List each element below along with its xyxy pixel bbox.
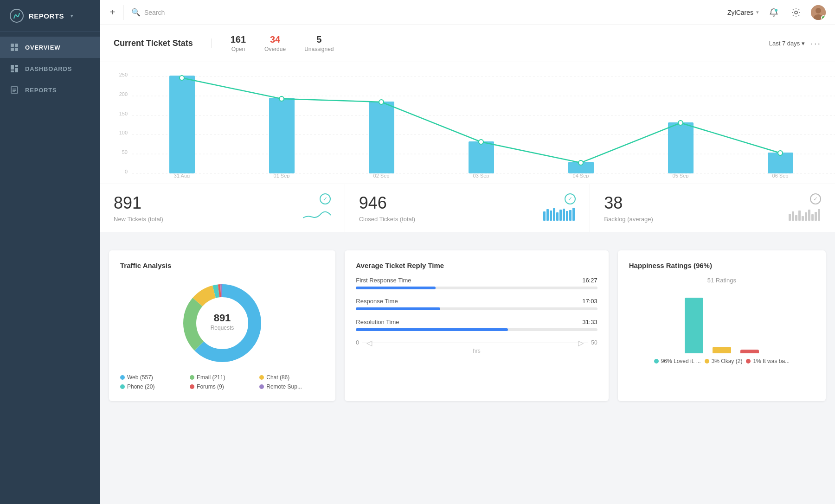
happiness-bar-bad (740, 350, 759, 353)
legend-dot-forums (190, 384, 194, 389)
reply-time-panel: Average Ticket Reply Time First Response… (345, 250, 608, 401)
svg-rect-4 (15, 48, 18, 51)
svg-rect-1 (11, 44, 14, 47)
bar-31aug (169, 76, 195, 173)
legend-dot-phone (120, 384, 125, 389)
svg-text:04 Sep: 04 Sep (573, 173, 589, 178)
legend-label-remote: Remote Sup... (266, 383, 302, 390)
svg-text:31 Aug: 31 Aug (174, 173, 190, 178)
svg-text:50: 50 (122, 149, 128, 155)
legend-loved: 96% Loved it. ... (654, 358, 701, 364)
svg-point-14 (795, 11, 797, 14)
content-area: Current Ticket Stats 161 Open 34 Overdue… (100, 25, 835, 504)
overview-icon (10, 43, 19, 51)
legend-label-phone: Phone (20) (127, 383, 154, 390)
reply-items: First Response Time 16:27 Response Time … (356, 277, 597, 331)
main-content: + 🔍 Search ZylCares ▾ (100, 0, 835, 504)
bar-03sep (469, 141, 494, 173)
period-arrow-icon: ▾ (802, 40, 805, 47)
svg-rect-7 (15, 68, 18, 72)
happiness-chart (629, 288, 815, 353)
svg-rect-48 (792, 211, 794, 221)
legend-remote: Remote Sup... (259, 383, 324, 390)
notifications-button[interactable] (766, 5, 781, 20)
user-menu[interactable]: ZylCares ▾ (727, 9, 759, 16)
sidebar-item-reports[interactable]: REPORTS (0, 79, 100, 101)
donut-chart: 891 Requests (176, 277, 269, 370)
bar-05sep (668, 122, 694, 173)
svg-text:05 Sep: 05 Sep (673, 173, 689, 178)
reply-item-2: Resolution Time 31:33 (356, 319, 597, 331)
new-tickets-value: 891 (114, 193, 331, 213)
sidebar-item-reports-label: REPORTS (25, 87, 57, 94)
new-tickets-check: ✓ (320, 193, 331, 204)
reply-bar-0 (356, 287, 436, 289)
bar-line-chart: 0 50 100 150 200 250 (114, 71, 835, 178)
happiness-bar-loved-fill (685, 298, 703, 353)
svg-rect-55 (815, 212, 817, 221)
unassigned-value: 5 (316, 34, 321, 45)
search-bar[interactable]: 🔍 Search (131, 8, 720, 17)
closed-tickets-sparkline (543, 207, 576, 223)
dot-03sep (479, 140, 483, 144)
svg-text:03 Sep: 03 Sep (473, 173, 489, 178)
overdue-stat: 34 Overdue (264, 34, 286, 52)
reply-item-0-label: First Response Time (356, 277, 411, 284)
sidebar-logo[interactable]: REPORTS ▾ (0, 0, 100, 32)
sidebar-item-dashboards-label: DASHBOARDS (25, 65, 72, 72)
search-icon: 🔍 (131, 8, 141, 17)
happiness-bar-bad-fill (740, 350, 759, 353)
overdue-label: Overdue (264, 46, 286, 52)
dot-06sep (778, 151, 783, 155)
sidebar-item-overview-label: OVERVIEW (25, 44, 60, 51)
reply-item-1-header: Response Time 17:03 (356, 298, 597, 305)
happiness-ratings-count: 51 Ratings (629, 277, 815, 284)
svg-rect-47 (789, 214, 791, 221)
reply-item-2-label: Resolution Time (356, 319, 399, 325)
stats-title: Current Ticket Stats (114, 38, 212, 48)
happiness-title: Happiness Ratings (96%) (629, 262, 815, 269)
svg-rect-2 (15, 44, 18, 47)
reply-axis-line: ◁ ▷ (362, 343, 588, 343)
more-options-button[interactable]: ··· (810, 38, 821, 49)
dot-05sep (678, 121, 683, 125)
sidebar-item-dashboards[interactable]: DASHBOARDS (0, 58, 100, 79)
svg-text:Requests: Requests (211, 325, 234, 331)
svg-rect-9 (11, 87, 18, 93)
reply-time-title: Average Ticket Reply Time (356, 262, 597, 269)
svg-text:02 Sep: 02 Sep (373, 173, 390, 178)
period-selector[interactable]: Last 7 days ▾ (769, 40, 805, 47)
reply-item-0-value: 16:27 (582, 277, 597, 284)
unassigned-stat: 5 Unassigned (304, 34, 334, 52)
sidebar-item-overview[interactable]: OVERVIEW (0, 37, 100, 58)
legend-email: Email (211) (190, 374, 255, 381)
reply-axis-end: 50 (591, 339, 597, 346)
legend-label-chat: Chat (86) (266, 374, 289, 381)
svg-rect-3 (11, 48, 14, 51)
svg-rect-42 (559, 210, 562, 221)
reply-axis-label: hrs (356, 348, 597, 354)
svg-text:250: 250 (119, 72, 128, 77)
svg-rect-5 (11, 65, 14, 70)
svg-rect-38 (546, 209, 549, 221)
traffic-legend: Web (557) Email (211) Chat (86) Phone (2… (120, 374, 324, 390)
svg-point-13 (775, 9, 777, 12)
settings-button[interactable] (789, 5, 803, 20)
legend-dot-email (190, 375, 194, 380)
svg-rect-46 (572, 208, 575, 221)
online-indicator (821, 15, 826, 20)
new-tickets-sparkline (303, 210, 331, 223)
add-button[interactable]: + (109, 5, 124, 20)
bar-02sep (369, 102, 394, 173)
legend-label-email: Email (211) (197, 374, 225, 381)
legend-okay: 3% Okay (2) (705, 358, 743, 364)
svg-rect-41 (556, 212, 559, 221)
svg-text:100: 100 (119, 130, 128, 135)
user-name: ZylCares (727, 9, 753, 16)
svg-text:200: 200 (119, 91, 128, 97)
dot-02sep (379, 100, 384, 104)
reply-bar-1 (356, 307, 440, 310)
svg-rect-37 (543, 211, 546, 221)
avatar[interactable] (811, 5, 826, 20)
legend-dot-web (120, 375, 125, 380)
